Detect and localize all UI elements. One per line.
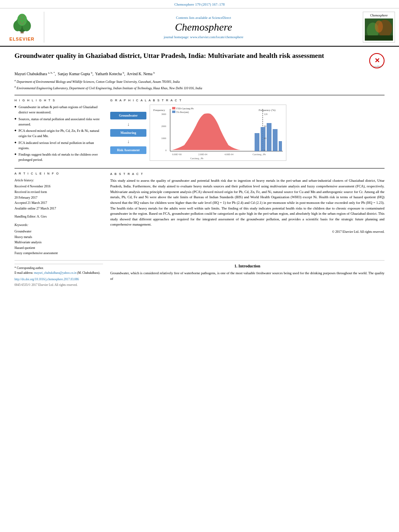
- svg-rect-9: [365, 35, 393, 41]
- introduction-column: 1. Introduction Groundwater, which is co…: [110, 264, 385, 288]
- science-direct-link-text[interactable]: ScienceDirect: [212, 16, 231, 20]
- homepage-link[interactable]: www.elsevier.com/locate/chemosphere: [190, 35, 244, 39]
- affiliations: a Department of Environmental Biology an…: [14, 78, 385, 91]
- elsevier-tree-icon: [10, 13, 34, 35]
- elsevier-wordmark: ELSEVIER: [9, 37, 34, 41]
- keyword-1: Groundwater: [14, 229, 103, 234]
- highlights-heading: H I G H L I G H T S: [14, 99, 103, 102]
- journal-cover-image: [365, 18, 393, 41]
- highlights-list: Groundwater in urban & peri-urban region…: [14, 105, 103, 162]
- highlight-item-4: FCA indicated serious level of metal pol…: [14, 140, 103, 151]
- corresponding-star: * Corresponding author.: [14, 266, 103, 271]
- journal-title: Chemosphere: [175, 21, 232, 33]
- svg-text:0.00E+00: 0.00E+00: [172, 153, 182, 156]
- doi-link[interactable]: http://dx.doi.org/10.1016/j.chemosphere.…: [14, 277, 103, 282]
- journal-header: ELSEVIER Contents lists available at Sci…: [0, 8, 399, 47]
- keyword-3: Multivariate analysis: [14, 240, 103, 245]
- keyword-4: Hazard quotient: [14, 245, 103, 251]
- flow-box-risk: Risk Assessment: [110, 146, 146, 154]
- svg-text:0: 0: [264, 149, 265, 152]
- email-address[interactable]: mayuri_chabukdhara@yahoo.co.in: [34, 271, 76, 275]
- svg-point-10: [375, 21, 383, 33]
- article-history-label: Article history:: [14, 178, 103, 183]
- email-line: E-mail address: mayuri_chabukdhara@yahoo…: [14, 271, 103, 275]
- svg-text:2000: 2000: [161, 125, 166, 127]
- svg-text:TTD-Carcineg Pb: TTD-Carcineg Pb: [176, 107, 193, 110]
- keywords-section: Keywords: Groundwater Heavy metals Multi…: [14, 222, 103, 256]
- abstract-heading: A B S T R A C T: [110, 172, 385, 177]
- svg-text:1000: 1000: [161, 137, 166, 140]
- intro-text: Groundwater, which is considered relativ…: [110, 271, 385, 281]
- svg-text:Frequency: Frequency: [153, 109, 165, 112]
- email-label: E-mail address:: [14, 271, 33, 275]
- svg-rect-20: [255, 133, 259, 151]
- article-title-section: Groundwater quality in Ghaziabad distric…: [14, 51, 385, 68]
- journal-right-logo: Chemosphere: [363, 12, 395, 43]
- svg-text:3000: 3000: [161, 113, 166, 115]
- svg-rect-23: [273, 129, 278, 151]
- flow-arrow-1: ↓: [127, 122, 130, 127]
- article-info-heading: A R T I C L E I N F O: [14, 172, 103, 175]
- author-2: Sanjay Kumar Gupta b,: [58, 72, 95, 76]
- svg-text:80: 80: [264, 125, 266, 127]
- citation-bar: Chemosphere 179 (2017) 167–178: [0, 0, 399, 8]
- affiliation-a: a Department of Environmental Biology an…: [14, 78, 385, 84]
- flow-arrow-2: ↓: [127, 139, 130, 144]
- journal-homepage-line: journal homepage: www.elsevier.com/locat…: [164, 35, 243, 39]
- abstract-section: A B S T R A C T This study aimed to asse…: [110, 172, 385, 235]
- svg-text:0: 0: [165, 149, 167, 152]
- graphical-abstract-heading: G R A P H I C A L A B S T R A C T: [110, 99, 385, 102]
- svg-point-4: [17, 14, 27, 26]
- handling-editor-label: Handling Editor:: [14, 215, 36, 218]
- flow-box-monitoring: Monitoring: [110, 129, 146, 137]
- article-title: Groundwater quality in Ghaziabad distric…: [14, 51, 324, 60]
- article-history: Article history: Received 4 November 201…: [14, 178, 103, 212]
- issn-line: 0045-6535/© 2017 Elsevier Ltd. All right…: [14, 283, 103, 288]
- author-3: Yatharth Kotecha b,: [95, 72, 126, 76]
- svg-text:120: 120: [264, 113, 267, 115]
- chemosphere-mini-title: Chemosphere: [370, 14, 388, 17]
- highlight-item-2: Sources, status of metal pollution and a…: [14, 117, 103, 127]
- highlight-item-3: PCA showed mixed origin for Pb, Cd, Zn, …: [14, 128, 103, 139]
- copyright-text: © 2017 Elsevier Ltd. All rights reserved…: [110, 230, 385, 234]
- accepted-date: Accepted 21 March 2017: [14, 200, 103, 206]
- science-direct-line: Contents lists available at ScienceDirec…: [176, 16, 231, 20]
- flow-box-groundwater: Groundwater: [110, 112, 146, 119]
- svg-text:4.00E-04: 4.00E-04: [224, 153, 233, 156]
- svg-text:✕: ✕: [374, 57, 380, 64]
- article-info-left: A R T I C L E I N F O Article history: R…: [14, 172, 103, 256]
- affiliation-b: b Environmental Engineering Laboratory, …: [14, 85, 385, 91]
- author-1: Mayuri Chabukdhara a, b, *,: [14, 72, 57, 76]
- flow-diagram: Groundwater ↓ Monitoring ↓ Risk Assessme…: [110, 112, 146, 154]
- highlight-item-1: Groundwater in urban & peri-urban region…: [14, 105, 103, 115]
- svg-text:Carcineg...Pb: Carcineg...Pb: [190, 157, 204, 160]
- email-suffix: (M. Chabukdhara).: [77, 271, 100, 275]
- journal-center: Contents lists available at ScienceDirec…: [47, 12, 360, 43]
- distribution-chart: Frequency Frequency (%): [150, 105, 286, 161]
- highlights-column: H I G H L I G H T S Groundwater in urban…: [14, 99, 103, 164]
- elsevier-logo: ELSEVIER: [4, 12, 44, 43]
- citation-text: Chemosphere 179 (2017) 167–178: [174, 2, 224, 6]
- handling-editor: Handling Editor: A. Gies: [14, 214, 103, 219]
- keyword-2: Heavy metals: [14, 234, 103, 240]
- authors-line: Mayuri Chabukdhara a, b, *, Sanjay Kumar…: [14, 71, 385, 77]
- svg-rect-30: [172, 107, 175, 109]
- corresponding-note: * Corresponding author. E-mail address: …: [14, 264, 103, 275]
- crossmark-icon: ✕ CrossMark: [369, 53, 385, 68]
- svg-rect-24: [279, 141, 282, 151]
- graphical-abstract-column: G R A P H I C A L A B S T R A C T Ground…: [110, 99, 385, 164]
- revised-date: 20 February 2017: [14, 195, 103, 201]
- highlight-item-5: Findings suggest health risk of metals t…: [14, 152, 103, 162]
- bottom-left-footer: * Corresponding author. E-mail address: …: [14, 264, 103, 288]
- graphical-abstract-content: Groundwater ↓ Monitoring ↓ Risk Assessme…: [110, 105, 385, 161]
- paper-content: Groundwater quality in Ghaziabad distric…: [0, 47, 399, 292]
- handling-editor-name: A. Gies: [37, 215, 47, 218]
- abstract-column: A B S T R A C T This study aimed to asse…: [110, 172, 385, 256]
- svg-text:Carcineg...Pb: Carcineg...Pb: [253, 153, 266, 156]
- svg-text:40: 40: [264, 137, 266, 140]
- svg-text:2.00E-04: 2.00E-04: [198, 153, 207, 156]
- available-online-date: Available online 27 March 2017: [14, 206, 103, 212]
- svg-rect-32: [172, 111, 175, 113]
- author-4: Arvind K. Nema b: [127, 72, 154, 76]
- article-info-abstract-section: A R T I C L E I N F O Article history: R…: [14, 168, 385, 256]
